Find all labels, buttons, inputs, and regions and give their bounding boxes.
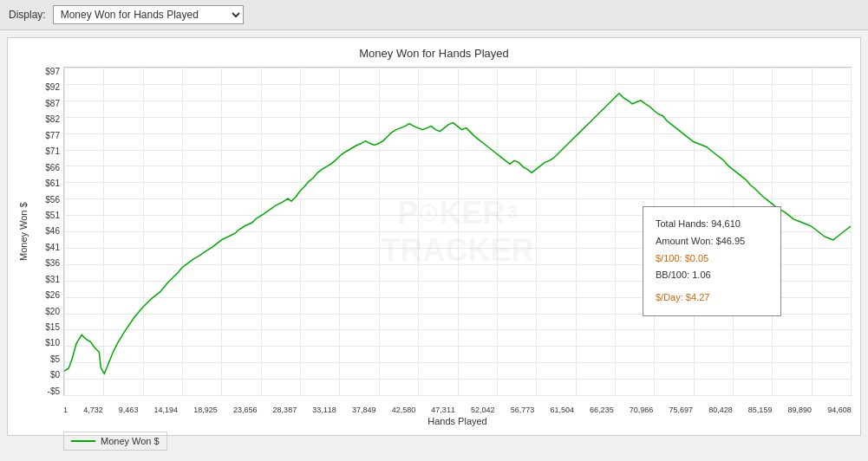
chart-area: Money Won $ $97 $92 $87 $82 $77 $71 $66 … — [16, 65, 852, 403]
tooltip-amount-won: Amount Won: $46.95 — [656, 233, 768, 250]
legend-line-icon — [71, 440, 95, 442]
y-axis-title: Money Won $ — [16, 67, 30, 396]
chart-title: Money Won for Hands Played — [16, 47, 852, 60]
display-select[interactable]: Money Won for Hands Played BB Won for Ha… — [53, 5, 244, 24]
tooltip-per-day: $/Day: $4.27 — [656, 289, 768, 307]
chart-plot: P♦KER3 TRACKER Total Hands: 94,610 Amoun… — [63, 67, 852, 396]
tooltip-box: Total Hands: 94,610 Amount Won: $46.95 $… — [643, 206, 781, 316]
chart-container: Money Won for Hands Played Money Won $ $… — [7, 37, 861, 436]
tooltip-bb100: BB/100: 1.06 — [656, 267, 768, 284]
display-label: Display: — [9, 9, 46, 21]
y-axis-labels: $97 $92 $87 $82 $77 $71 $66 $61 $56 $51 … — [30, 67, 63, 396]
x-axis-labels: 1 4,732 9,463 14,194 18,925 23,656 28,38… — [63, 403, 852, 414]
top-bar: Display: Money Won for Hands Played BB W… — [0, 0, 868, 30]
x-axis-title: Hands Played — [63, 416, 852, 426]
legend-area: Money Won $ — [63, 432, 852, 451]
tooltip-per100: $/100: $0.05 — [656, 250, 768, 268]
tooltip-total-hands: Total Hands: 94,610 — [656, 216, 768, 233]
legend-label: Money Won $ — [101, 436, 160, 446]
